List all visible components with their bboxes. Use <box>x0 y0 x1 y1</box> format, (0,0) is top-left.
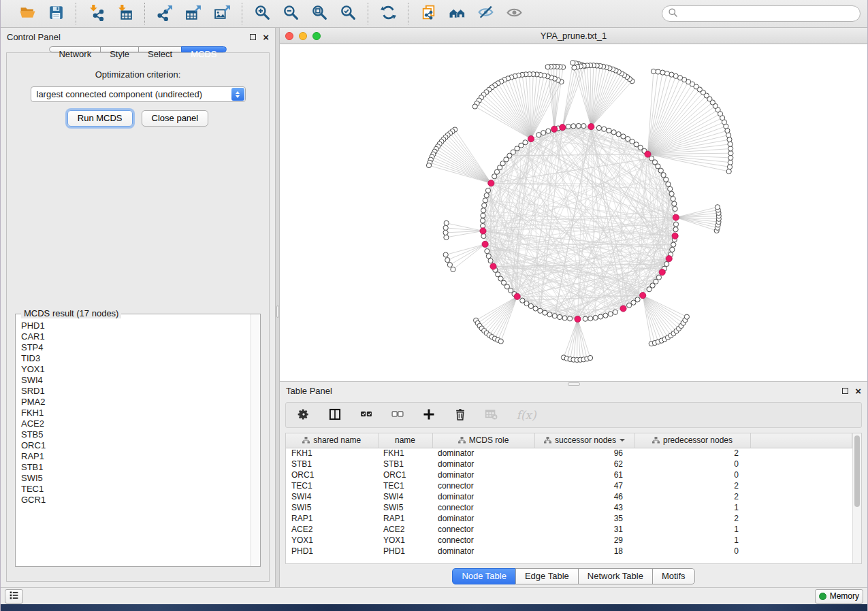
horizontal-splitter-grip[interactable] <box>568 382 580 386</box>
import-table-button[interactable] <box>112 3 138 24</box>
open-file-button[interactable] <box>14 3 40 24</box>
close-table-panel-icon[interactable]: × <box>855 386 861 396</box>
table-cell[interactable]: 18 <box>534 546 634 557</box>
table-cell[interactable]: dominator <box>432 491 534 502</box>
export-table-button[interactable] <box>180 3 206 24</box>
mcds-node-item[interactable]: FKH1 <box>21 408 245 418</box>
table-row[interactable]: STB1STB1dominator620 <box>286 459 852 469</box>
table-cell[interactable]: YOX1 <box>286 535 378 546</box>
show-all-button[interactable] <box>501 3 527 24</box>
sort-chevron-icon[interactable] <box>620 439 625 442</box>
float-table-panel-icon[interactable] <box>842 388 848 394</box>
mcds-node-item[interactable]: STP4 <box>21 342 245 353</box>
run-mcds-button[interactable]: Run MCDS <box>67 110 133 127</box>
mcds-result-list[interactable]: PHD1CAR1STP4TID3YOX1SWI4SRD1PMA2FKH1ACE2… <box>16 314 251 566</box>
table-cell[interactable]: ACE2 <box>286 524 378 535</box>
table-row[interactable]: RAP1RAP1dominator352 <box>286 513 852 524</box>
table-cell[interactable]: 47 <box>534 480 634 491</box>
table-cell[interactable]: STB1 <box>378 459 432 469</box>
table-cell[interactable]: 2 <box>634 448 750 459</box>
delete-table-button[interactable] <box>483 407 500 423</box>
table-scrollbar[interactable] <box>852 433 861 563</box>
table-row[interactable]: SWI4SWI4dominator462 <box>286 491 852 502</box>
tab-select[interactable]: Select <box>138 46 182 52</box>
table-settings-button[interactable] <box>295 407 312 423</box>
mcds-node-item[interactable]: PMA2 <box>21 397 245 408</box>
table-cell[interactable]: dominator <box>432 469 534 480</box>
table-row[interactable]: ORC1ORC1dominator610 <box>286 469 852 480</box>
vertical-splitter[interactable] <box>275 28 280 587</box>
refresh-layout-button[interactable] <box>375 3 401 24</box>
duplicate-network-button[interactable] <box>415 3 441 24</box>
table-cell[interactable]: RAP1 <box>286 513 378 524</box>
mcds-node-item[interactable]: SWI5 <box>21 473 245 484</box>
table-cell[interactable]: STB1 <box>286 459 378 469</box>
zoom-in-button[interactable] <box>249 3 275 24</box>
memory-button[interactable]: Memory <box>815 589 863 604</box>
table-cell[interactable]: dominator <box>432 459 534 469</box>
mcds-node-item[interactable]: ORC1 <box>21 440 245 451</box>
table-scrollbar-thumb[interactable] <box>854 435 860 507</box>
show-columns-button[interactable] <box>327 407 343 423</box>
table-cell[interactable]: 29 <box>534 535 634 546</box>
column-header-predecessor-nodes[interactable]: predecessor nodes <box>634 433 750 448</box>
table-cell[interactable]: RAP1 <box>378 513 432 524</box>
first-neighbors-button[interactable] <box>444 3 470 24</box>
table-cell[interactable]: connector <box>432 502 534 513</box>
mcds-node-item[interactable]: PHD1 <box>21 320 245 331</box>
table-cell[interactable]: connector <box>432 480 534 491</box>
table-cell[interactable]: YOX1 <box>378 535 432 546</box>
add-column-button[interactable] <box>421 407 437 423</box>
table-cell[interactable]: FKH1 <box>378 448 432 459</box>
node-table[interactable]: shared namenameMCDS rolesuccessor nodesp… <box>286 433 852 557</box>
tab-edge-table[interactable]: Edge Table <box>515 568 579 584</box>
close-panel-button[interactable]: Close panel <box>142 110 209 127</box>
zoom-fit-button[interactable] <box>306 3 332 24</box>
table-cell[interactable]: 31 <box>534 524 634 535</box>
table-row[interactable]: YOX1YOX1connector291 <box>286 535 852 546</box>
search-box[interactable] <box>662 5 861 22</box>
table-cell[interactable]: ACE2 <box>378 524 432 535</box>
select-all-rows-button[interactable] <box>358 407 374 423</box>
table-cell[interactable]: 46 <box>534 491 634 502</box>
tab-mcds[interactable]: MCDS <box>181 46 226 52</box>
table-cell[interactable]: 0 <box>634 469 750 480</box>
search-input[interactable] <box>678 9 854 18</box>
optimization-criterion-select[interactable]: largest connected component (undirected) <box>31 86 246 102</box>
mcds-node-item[interactable]: ACE2 <box>21 418 245 429</box>
tab-node-table[interactable]: Node Table <box>452 568 516 584</box>
tab-style[interactable]: Style <box>100 46 139 52</box>
delete-column-button[interactable] <box>452 407 468 423</box>
column-header-name[interactable]: name <box>378 433 432 448</box>
mcds-node-item[interactable]: STB1 <box>21 462 245 473</box>
table-cell[interactable]: 1 <box>634 535 750 546</box>
function-builder-button[interactable]: f(x) <box>515 407 538 423</box>
mcds-node-item[interactable]: RAP1 <box>21 451 245 462</box>
table-cell[interactable]: dominator <box>432 546 534 557</box>
table-row[interactable]: PHD1PHD1dominator180 <box>286 546 852 557</box>
tab-network[interactable]: Network <box>49 46 101 52</box>
hide-selected-button[interactable] <box>472 3 498 24</box>
table-row[interactable]: TEC1TEC1connector472 <box>286 480 852 491</box>
network-titlebar[interactable]: YPA_prune.txt_1 <box>280 28 867 44</box>
table-cell[interactable]: 1 <box>634 524 750 535</box>
mcds-node-item[interactable]: TEC1 <box>21 484 245 495</box>
network-canvas[interactable] <box>280 44 867 381</box>
table-row[interactable]: SWI5SWI5connector431 <box>286 502 852 513</box>
table-cell[interactable]: 43 <box>534 502 634 513</box>
splitter-grip[interactable] <box>276 306 279 318</box>
mcds-node-item[interactable]: SRD1 <box>21 386 245 397</box>
table-cell[interactable]: 2 <box>634 513 750 524</box>
column-header-shared-name[interactable]: shared name <box>286 433 378 448</box>
table-row[interactable]: FKH1FKH1dominator962 <box>286 448 852 459</box>
import-network-button[interactable] <box>83 3 109 24</box>
table-cell[interactable]: 1 <box>634 502 750 513</box>
table-cell[interactable]: ORC1 <box>378 469 432 480</box>
table-cell[interactable]: SWI4 <box>286 491 378 502</box>
table-cell[interactable]: TEC1 <box>378 480 432 491</box>
table-cell[interactable]: 62 <box>534 459 634 469</box>
table-row[interactable]: ACE2ACE2connector311 <box>286 524 852 535</box>
table-cell[interactable]: SWI5 <box>378 502 432 513</box>
mcds-node-item[interactable]: TID3 <box>21 353 245 364</box>
table-cell[interactable]: connector <box>432 524 534 535</box>
